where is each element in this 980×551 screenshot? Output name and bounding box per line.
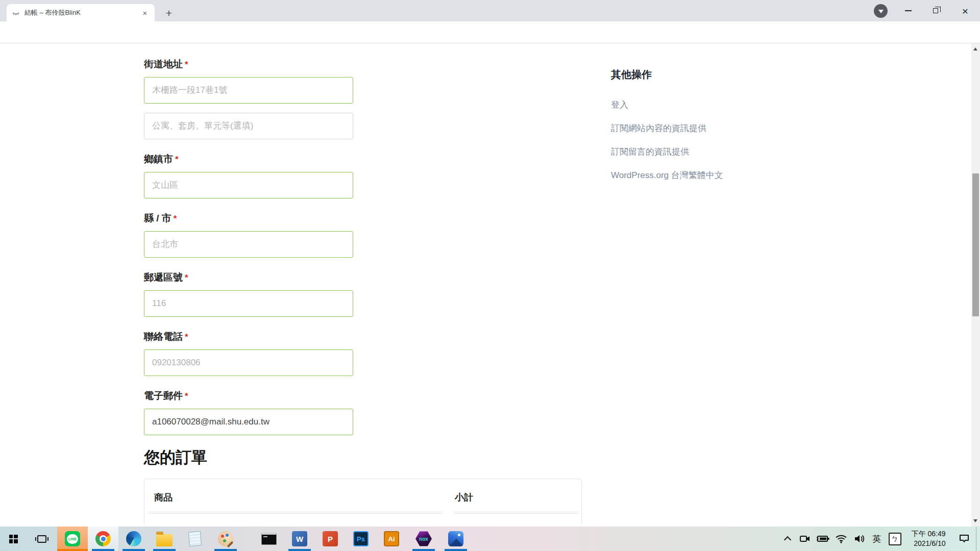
language-label: 英	[873, 533, 881, 545]
tab-close-icon[interactable]: ×	[140, 8, 150, 17]
running-indicator	[214, 549, 237, 551]
task-view-button[interactable]	[27, 527, 57, 551]
field-label-town: 鄉鎮市*	[144, 153, 353, 166]
file-explorer-icon	[156, 534, 173, 546]
email-input[interactable]	[144, 409, 353, 435]
nox-icon	[415, 531, 432, 546]
required-mark: *	[185, 273, 188, 283]
taskbar-paint-button[interactable]	[210, 527, 241, 551]
show-desktop-button[interactable]	[976, 527, 980, 551]
column-header-product: 商品	[154, 491, 173, 504]
taskbar-powerpoint-button[interactable]: P	[315, 527, 346, 551]
taskbar-nox-button[interactable]	[408, 527, 439, 551]
scrollbar-thumb[interactable]	[972, 173, 979, 316]
photos-icon	[448, 531, 463, 546]
label-text: 聯絡電話	[144, 331, 183, 342]
postcode-input[interactable]	[144, 290, 353, 317]
page-scrollbar[interactable]	[971, 43, 980, 527]
line-app-icon	[65, 531, 80, 546]
taskbar-edge-button[interactable]	[118, 527, 149, 551]
attention-indicator	[57, 549, 88, 551]
tray-expand-button[interactable]	[779, 527, 796, 551]
label-text: 街道地址	[144, 59, 183, 69]
action-center-icon	[959, 534, 969, 543]
county-input[interactable]	[144, 231, 353, 258]
caret-down-icon	[878, 10, 884, 13]
photoshop-icon: Ps	[353, 531, 369, 546]
field-label-street: 街道地址*	[144, 58, 353, 71]
scroll-down-icon[interactable]	[973, 519, 977, 522]
system-tray: 英 ㄅ 下午 06:49 2021/6/10	[779, 527, 980, 551]
field-label-postcode: 郵遞區號*	[144, 271, 353, 284]
billing-form: 街道地址* 鄉鎮市* 縣 / 市* 郵遞區號* 聯絡電話* 電子郵件* 您的訂單…	[144, 58, 353, 524]
taskbar-line-button[interactable]	[57, 527, 88, 551]
volume-button[interactable]	[850, 527, 869, 551]
site-favicon-icon	[12, 9, 20, 17]
label-text: 電子郵件	[144, 390, 183, 401]
browser-tab[interactable]: 結帳 – 布伶殼BlinK ×	[7, 4, 155, 21]
table-divider	[454, 512, 578, 514]
running-indicator	[122, 549, 145, 551]
action-center-button[interactable]	[952, 527, 976, 551]
required-mark: *	[185, 60, 188, 69]
ime-label: ㄅ	[889, 533, 901, 545]
label-text: 郵遞區號	[144, 272, 183, 283]
town-input[interactable]	[144, 172, 353, 198]
new-tab-button[interactable]: +	[162, 7, 176, 20]
chrome-icon	[95, 531, 111, 546]
running-indicator	[412, 549, 435, 551]
meet-now-button[interactable]	[796, 527, 814, 551]
taskbar-photoshop-button[interactable]: Ps	[346, 527, 376, 551]
phone-input[interactable]	[144, 349, 353, 376]
command-prompt-icon	[261, 533, 277, 545]
window-close-button[interactable]: ×	[950, 0, 980, 21]
checkout-page: 街道地址* 鄉鎮市* 縣 / 市* 郵遞區號* 聯絡電話* 電子郵件* 您的訂單…	[0, 44, 971, 527]
wifi-button[interactable]	[832, 527, 850, 551]
word-icon: W	[292, 531, 307, 546]
field-label-phone: 聯絡電話*	[144, 330, 353, 343]
clock[interactable]: 下午 06:49 2021/6/10	[904, 527, 952, 551]
address-line2-input[interactable]	[144, 113, 353, 139]
required-mark: *	[185, 391, 188, 401]
taskbar-chrome-button[interactable]	[88, 527, 118, 551]
taskbar-file-explorer-button[interactable]	[149, 527, 180, 551]
table-divider	[149, 512, 443, 514]
sidebar-other-actions: 其他操作 登入 訂閱網站內容的資訊提供 訂閱留言的資訊提供 WordPress.…	[611, 68, 825, 193]
start-button[interactable]	[0, 527, 27, 551]
taskbar-photos-button[interactable]	[440, 527, 471, 551]
field-label-email: 電子郵件*	[144, 389, 353, 403]
sidebar-link-wordpress[interactable]: WordPress.org 台灣繁體中文	[611, 169, 825, 181]
battery-button[interactable]	[814, 527, 832, 551]
order-heading: 您的訂單	[144, 448, 353, 467]
minimize-icon	[905, 10, 912, 11]
scroll-up-icon[interactable]	[973, 47, 977, 51]
window-restore-button[interactable]	[923, 0, 948, 21]
order-table: 商品 小計	[144, 479, 582, 524]
taskbar-illustrator-button[interactable]: Ai	[376, 527, 407, 551]
taskbar-notepad-button[interactable]	[180, 527, 210, 551]
sidebar-link-comments-feed[interactable]: 訂閱留言的資訊提供	[611, 146, 825, 157]
sidebar-link-entries-feed[interactable]: 訂閱網站內容的資訊提供	[611, 122, 825, 134]
tab-title: 結帳 – 布伶殼BlinK	[24, 8, 140, 17]
street-address-input[interactable]	[144, 77, 353, 104]
powerpoint-icon: P	[323, 531, 338, 546]
notepad-icon	[188, 531, 202, 546]
taskbar-cmd-button[interactable]	[254, 527, 284, 551]
running-indicator	[445, 549, 467, 551]
ime-indicator[interactable]: ㄅ	[885, 527, 904, 551]
battery-icon	[816, 535, 829, 542]
clock-time: 下午 06:49	[912, 529, 946, 539]
chevron-up-icon	[784, 536, 791, 543]
tab-strip: 結帳 – 布伶殼BlinK × + ×	[0, 0, 980, 21]
sidebar-link-login[interactable]: 登入	[611, 99, 825, 110]
running-indicator	[288, 549, 311, 551]
tab-search-button[interactable]	[874, 4, 888, 18]
browser-toolbar: ← → ↻ ⌂ website.shucm.info/~a34/index.ph…	[0, 21, 980, 43]
volume-icon	[854, 534, 865, 543]
taskbar-word-button[interactable]: W	[284, 527, 315, 551]
window-minimize-button[interactable]	[895, 0, 921, 21]
required-mark: *	[174, 214, 177, 223]
language-indicator[interactable]: 英	[869, 527, 885, 551]
windows-logo-icon	[9, 535, 18, 543]
restore-icon	[933, 8, 938, 13]
